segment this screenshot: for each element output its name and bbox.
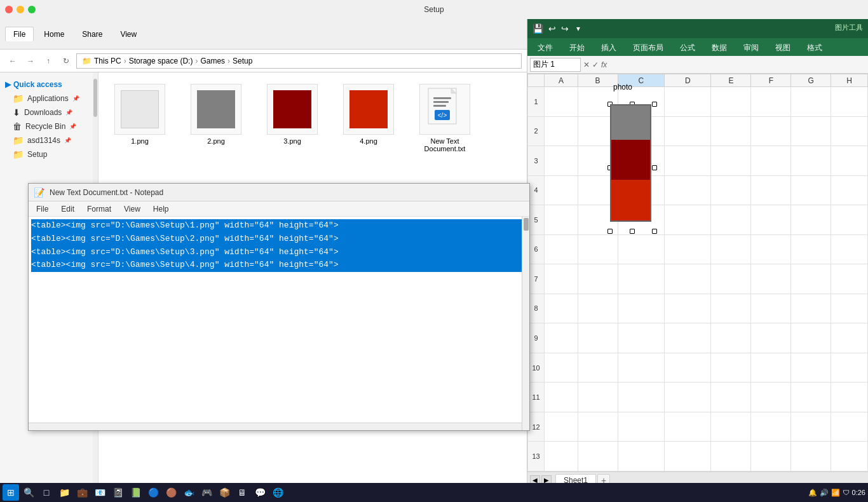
cell-b2[interactable]: [578, 116, 618, 146]
cell-g12[interactable]: [791, 412, 831, 442]
cell-e9[interactable]: [711, 323, 751, 353]
formula-input[interactable]: [609, 58, 865, 72]
notepad-scrollbar-h[interactable]: [29, 423, 522, 430]
cell-e13[interactable]: [711, 442, 751, 471]
taskbar-onenote[interactable]: 📓: [109, 484, 126, 501]
taskbar-ppt[interactable]: 🟤: [163, 484, 179, 501]
cell-a7[interactable]: [545, 264, 578, 294]
cell-b12[interactable]: [578, 412, 618, 442]
cell-g3[interactable]: [791, 146, 831, 176]
file-item-3png[interactable]: 3.png: [257, 79, 327, 150]
cell-f4[interactable]: [751, 175, 791, 205]
cell-a10[interactable]: [545, 353, 578, 383]
cell-d9[interactable]: [665, 323, 711, 353]
cell-d8[interactable]: [665, 294, 711, 323]
notepad-help-menu[interactable]: Help: [148, 203, 174, 215]
cell-f10[interactable]: [751, 353, 791, 383]
cell-h9[interactable]: [831, 323, 868, 353]
excel-tab-review[interactable]: 审阅: [736, 40, 766, 56]
cell-f9[interactable]: [751, 323, 791, 353]
cell-h5[interactable]: [831, 205, 868, 235]
cell-c10[interactable]: [618, 353, 664, 383]
sidebar-item-applications[interactable]: 📁 Applications 📌: [0, 92, 98, 105]
col-header-f[interactable]: F: [751, 74, 791, 87]
cell-c3[interactable]: [618, 146, 664, 176]
cell-f6[interactable]: [751, 234, 791, 264]
sidebar-item-downloads[interactable]: ⬇ Downloads 📌: [0, 105, 98, 119]
cell-d3[interactable]: [665, 146, 711, 176]
cell-g7[interactable]: [791, 264, 831, 294]
cell-c11[interactable]: [618, 383, 664, 412]
breadcrumb-games[interactable]: Games: [200, 57, 225, 65]
tab-file[interactable]: File: [5, 27, 34, 41]
cell-a8[interactable]: [545, 294, 578, 323]
cell-e10[interactable]: [711, 353, 751, 383]
tray-network[interactable]: 📶: [831, 489, 840, 497]
excel-tab-file[interactable]: 文件: [530, 40, 560, 56]
notepad-file-menu[interactable]: File: [31, 203, 53, 215]
taskbar-pkg[interactable]: 📦: [216, 484, 233, 501]
cell-c4[interactable]: [618, 175, 664, 205]
tray-shield[interactable]: 🛡: [843, 489, 850, 496]
close-button[interactable]: [5, 6, 13, 13]
formula-x-icon[interactable]: ✕: [583, 60, 590, 69]
taskbar-word[interactable]: 🔵: [145, 484, 161, 501]
breadcrumb-thispc[interactable]: This PC: [94, 57, 121, 65]
cell-h7[interactable]: [831, 264, 868, 294]
excel-tab-view[interactable]: 视图: [768, 40, 798, 56]
cell-a12[interactable]: [545, 412, 578, 442]
notepad-scrollbar-v[interactable]: [522, 217, 529, 430]
formula-fx-icon[interactable]: fx: [601, 60, 607, 69]
cell-f7[interactable]: [751, 264, 791, 294]
cell-e4[interactable]: [711, 175, 751, 205]
cell-b7[interactable]: [578, 264, 618, 294]
cell-b9[interactable]: [578, 323, 618, 353]
cell-g9[interactable]: [791, 323, 831, 353]
start-button[interactable]: ⊞: [3, 484, 19, 501]
cell-g11[interactable]: [791, 383, 831, 412]
cell-c6[interactable]: [618, 234, 664, 264]
col-header-d[interactable]: D: [665, 74, 711, 87]
excel-redo-icon[interactable]: ↪: [561, 24, 569, 34]
cell-f2[interactable]: [751, 116, 791, 146]
breadcrumb-setup[interactable]: Setup: [233, 57, 252, 65]
cell-g8[interactable]: [791, 294, 831, 323]
cell-d6[interactable]: [665, 234, 711, 264]
taskbar-game[interactable]: 🎮: [198, 484, 215, 501]
col-header-a[interactable]: A: [545, 74, 578, 87]
cell-e1[interactable]: [711, 87, 751, 117]
cell-e2[interactable]: [711, 116, 751, 146]
cell-h6[interactable]: [831, 234, 868, 264]
cell-f1[interactable]: [751, 87, 791, 117]
excel-tab-data[interactable]: 数据: [704, 40, 735, 56]
cell-c2[interactable]: [618, 116, 664, 146]
cell-h3[interactable]: [831, 146, 868, 176]
cell-h8[interactable]: [831, 294, 868, 323]
cell-d7[interactable]: [665, 264, 711, 294]
cell-g13[interactable]: [791, 442, 831, 471]
taskbar-screen[interactable]: 🖥: [234, 484, 250, 501]
cell-d5[interactable]: [665, 205, 711, 235]
cell-b6[interactable]: [578, 234, 618, 264]
cell-g10[interactable]: [791, 353, 831, 383]
cell-h2[interactable]: [831, 116, 868, 146]
cell-d11[interactable]: [665, 383, 711, 412]
cell-h12[interactable]: [831, 412, 868, 442]
cell-d13[interactable]: [665, 442, 711, 471]
forward-button[interactable]: →: [23, 53, 38, 69]
col-header-h[interactable]: H: [831, 74, 868, 87]
cell-a4[interactable]: [545, 175, 578, 205]
cell-f5[interactable]: [751, 205, 791, 235]
cell-e3[interactable]: [711, 146, 751, 176]
refresh-button[interactable]: ↻: [58, 53, 74, 69]
cell-b3[interactable]: [578, 146, 618, 176]
cell-f13[interactable]: [751, 442, 791, 471]
cell-d12[interactable]: [665, 412, 711, 442]
excel-save-icon[interactable]: 💾: [532, 24, 543, 34]
cell-b13[interactable]: [578, 442, 618, 471]
cell-e5[interactable]: [711, 205, 751, 235]
cell-e12[interactable]: [711, 412, 751, 442]
cell-b1[interactable]: [578, 87, 618, 117]
cell-b8[interactable]: [578, 294, 618, 323]
excel-tab-home[interactable]: 开始: [562, 40, 592, 56]
